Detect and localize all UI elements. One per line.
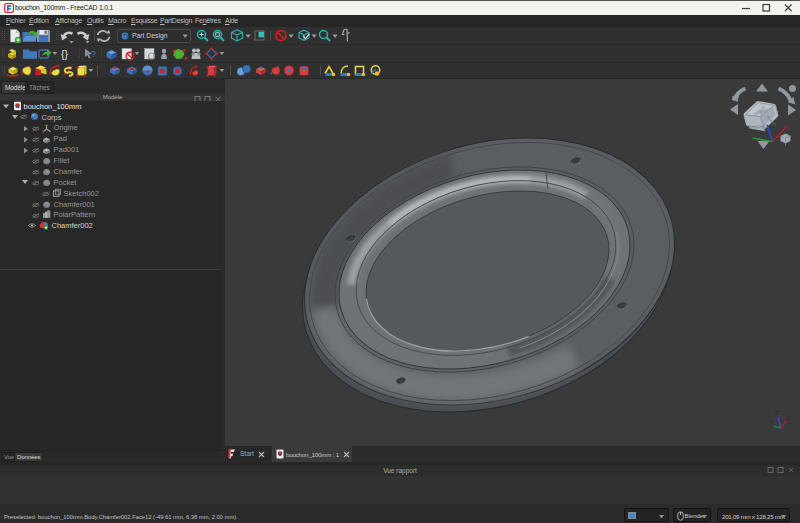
svg-text:Chamfer001: Chamfer001: [54, 200, 95, 209]
svg-text:?: ?: [91, 49, 96, 59]
svg-text:{}: {}: [61, 48, 69, 60]
svg-text:Origine: Origine: [54, 123, 78, 132]
svg-text:Corps: Corps: [42, 113, 62, 122]
svg-text:GAUCHE: GAUCHE: [748, 124, 766, 130]
svg-text:Pocket: Pocket: [54, 178, 78, 187]
svg-text:Part Design: Part Design: [132, 32, 168, 40]
svg-text:bouchon_100mm: bouchon_100mm: [24, 102, 82, 111]
svg-text:Pad001: Pad001: [54, 145, 80, 154]
svg-text:Y: Y: [769, 420, 772, 425]
svg-text:Z: Z: [775, 411, 778, 416]
svg-text:Pad: Pad: [54, 134, 67, 143]
svg-text:PolarPattern: PolarPattern: [54, 210, 96, 219]
svg-text:Chamfer002: Chamfer002: [52, 221, 93, 230]
svg-text:Sketch002: Sketch002: [64, 189, 99, 198]
svg-text:X: X: [787, 416, 790, 421]
svg-text:Fillet: Fillet: [54, 156, 71, 165]
svg-text:Chamfer: Chamfer: [54, 167, 83, 176]
